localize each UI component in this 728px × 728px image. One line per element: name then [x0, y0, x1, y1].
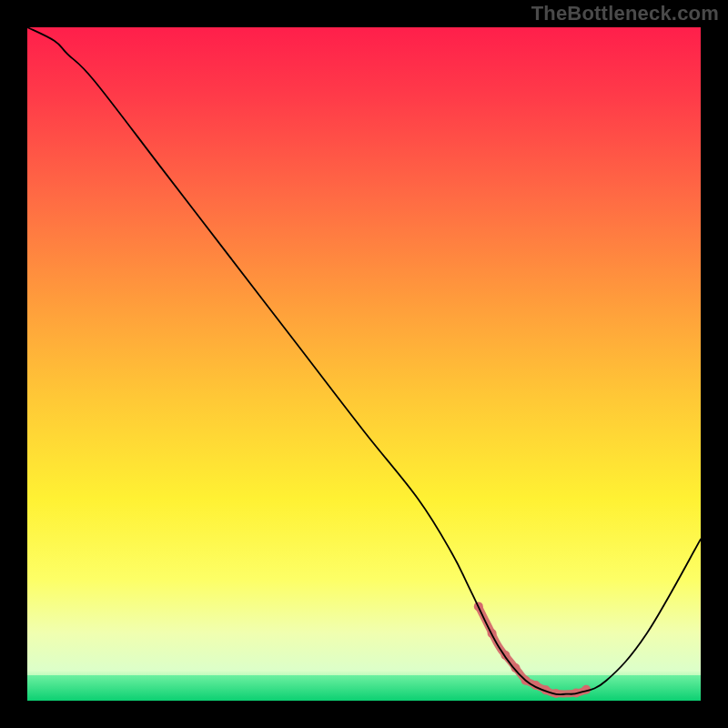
watermark-text: TheBottleneck.com [531, 2, 719, 25]
curve-layer [27, 27, 701, 701]
highlight-dots [474, 602, 591, 698]
chart-frame: TheBottleneck.com [0, 0, 728, 728]
plot-area [27, 27, 701, 701]
bottleneck-curve [27, 27, 701, 694]
highlight-segment [479, 606, 586, 693]
